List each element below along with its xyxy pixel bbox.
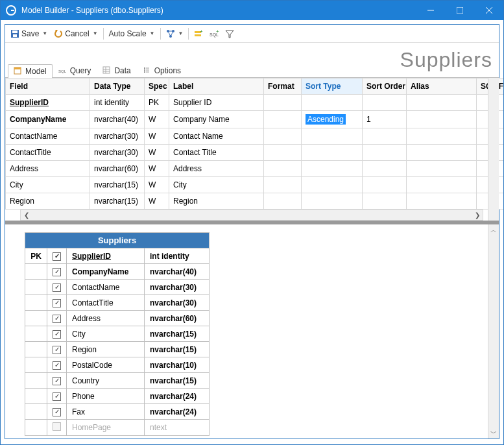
relations-button[interactable]: ▼ (163, 28, 186, 40)
cancel-button[interactable]: Cancel ▼ (51, 28, 100, 40)
include-checkbox[interactable]: ✓ (47, 295, 67, 311)
cell[interactable]: ContactTitle (6, 145, 90, 161)
include-checkbox[interactable]: ✓ (47, 311, 67, 326)
include-checkbox[interactable]: ✓ (47, 280, 67, 295)
cell[interactable] (407, 128, 477, 145)
cell[interactable] (363, 145, 407, 161)
v-scrollbar-grid[interactable] (488, 78, 499, 221)
field-name[interactable]: Region (67, 342, 145, 357)
column-header[interactable]: Spec (145, 78, 169, 95)
maximize-button[interactable] (445, 1, 474, 20)
table-row[interactable]: ContactNamenvarchar(30)WContact Name (6, 128, 505, 145)
cell[interactable]: Ascending (302, 111, 363, 128)
include-checkbox[interactable]: ✓ (47, 389, 67, 404)
scroll-right-icon[interactable]: ❯ (472, 210, 483, 220)
column-header[interactable]: Data Type (90, 78, 145, 95)
entity-row[interactable]: PK✓SupplierIDint identity (25, 248, 210, 264)
cell[interactable]: ContactName (6, 128, 90, 145)
checkbox-icon[interactable]: ✓ (53, 361, 61, 370)
cell[interactable] (407, 95, 477, 111)
checkbox-icon[interactable]: ✓ (53, 392, 61, 401)
field-name[interactable]: Phone (67, 389, 145, 404)
entity-row[interactable]: ✓PostalCodenvarchar(10) (25, 357, 210, 373)
cell[interactable]: nvarchar(40) (90, 111, 145, 128)
h-scrollbar[interactable]: ❮ ❯ (20, 210, 483, 221)
field-name[interactable]: City (67, 326, 145, 342)
cell[interactable] (264, 193, 302, 210)
cell[interactable]: W (145, 128, 169, 145)
checkbox-icon[interactable]: ✓ (53, 299, 61, 307)
cell[interactable] (407, 161, 477, 177)
entity-row[interactable]: ✓Faxnvarchar(24) (25, 404, 210, 420)
column-header[interactable]: Label (169, 78, 264, 95)
table-row[interactable]: Regionnvarchar(15)WRegion (6, 193, 505, 210)
cell[interactable]: W (145, 177, 169, 193)
entity-row[interactable]: ✓CompanyNamenvarchar(40) (25, 264, 210, 280)
checkbox-icon[interactable]: ✓ (53, 315, 61, 323)
cell[interactable] (407, 177, 477, 193)
cell[interactable]: Region (6, 193, 90, 210)
cell[interactable] (407, 111, 477, 128)
column-header[interactable]: Alias (407, 78, 477, 95)
tab-data[interactable]: Data (97, 64, 136, 77)
cell[interactable] (264, 145, 302, 161)
include-checkbox[interactable] (47, 420, 67, 436)
field-name[interactable]: CompanyName (67, 264, 145, 280)
cell[interactable]: W (145, 161, 169, 177)
cell[interactable]: nvarchar(60) (90, 161, 145, 177)
table-row[interactable]: ContactTitlenvarchar(30)WContact Title (6, 145, 505, 161)
include-checkbox[interactable]: ✓ (47, 357, 67, 373)
field-name[interactable]: Fax (67, 404, 145, 420)
field-name[interactable]: ContactTitle (67, 295, 145, 311)
column-header[interactable]: Sort Order (363, 78, 407, 95)
add-sql-button[interactable]: SQL+ (207, 28, 221, 40)
tab-options[interactable]: Options (137, 64, 187, 77)
cell[interactable] (264, 161, 302, 177)
cell[interactable]: W (145, 111, 169, 128)
selected-value[interactable]: Ascending (306, 114, 346, 125)
column-header[interactable]: Sort Type (302, 78, 363, 95)
cell[interactable] (407, 145, 477, 161)
checkbox-icon[interactable]: ✓ (53, 330, 61, 339)
cell[interactable] (264, 128, 302, 145)
cell[interactable]: Address (169, 161, 264, 177)
checkbox-icon[interactable]: ✓ (53, 377, 61, 385)
column-header[interactable]: Format (264, 78, 302, 95)
entity-row[interactable]: ✓Addressnvarchar(60) (25, 311, 210, 326)
cell[interactable]: CompanyName (6, 111, 90, 128)
field-name[interactable]: ContactName (67, 280, 145, 295)
include-checkbox[interactable]: ✓ (47, 326, 67, 342)
tab-query[interactable]: SQL Query (53, 64, 97, 77)
table-row[interactable]: Citynvarchar(15)WCity (6, 177, 505, 193)
cell[interactable] (302, 193, 363, 210)
field-name[interactable]: Country (67, 373, 145, 389)
scroll-down-icon[interactable]: ﹀ (489, 427, 499, 439)
cell[interactable]: PK (145, 95, 169, 111)
field-name[interactable]: HomePage (67, 420, 145, 436)
table-row[interactable]: CompanyNamenvarchar(40)WCompany NameAsce… (6, 111, 505, 128)
table-row[interactable]: SupplierIDint identityPKSupplier ID (6, 95, 505, 111)
include-checkbox[interactable]: ✓ (47, 264, 67, 280)
fields-grid[interactable]: FieldData TypeSpecLabelFormatSort TypeSo… (5, 78, 504, 210)
include-checkbox[interactable]: ✓ (47, 373, 67, 389)
cell[interactable] (363, 193, 407, 210)
checkbox-icon[interactable] (53, 422, 61, 431)
scroll-left-icon[interactable]: ❮ (21, 210, 32, 220)
cell[interactable] (407, 193, 477, 210)
checkbox-icon[interactable]: ✓ (53, 252, 61, 261)
checkbox-icon[interactable]: ✓ (53, 268, 61, 276)
add-column-button[interactable]: + (191, 28, 206, 40)
include-checkbox[interactable]: ✓ (47, 342, 67, 357)
cell[interactable] (302, 128, 363, 145)
entity-row[interactable]: HomePagentext (25, 420, 210, 436)
cell[interactable]: Company Name (169, 111, 264, 128)
checkbox-icon[interactable]: ✓ (53, 283, 61, 292)
cell[interactable] (363, 128, 407, 145)
v-scrollbar[interactable]: ︿ ﹀ (488, 224, 499, 439)
cell[interactable] (363, 161, 407, 177)
entity-header[interactable]: Suppliers (25, 233, 210, 248)
cell[interactable]: Supplier ID (169, 95, 264, 111)
include-checkbox[interactable]: ✓ (47, 248, 67, 264)
cell[interactable] (302, 95, 363, 111)
tab-model[interactable]: Model (8, 64, 53, 78)
